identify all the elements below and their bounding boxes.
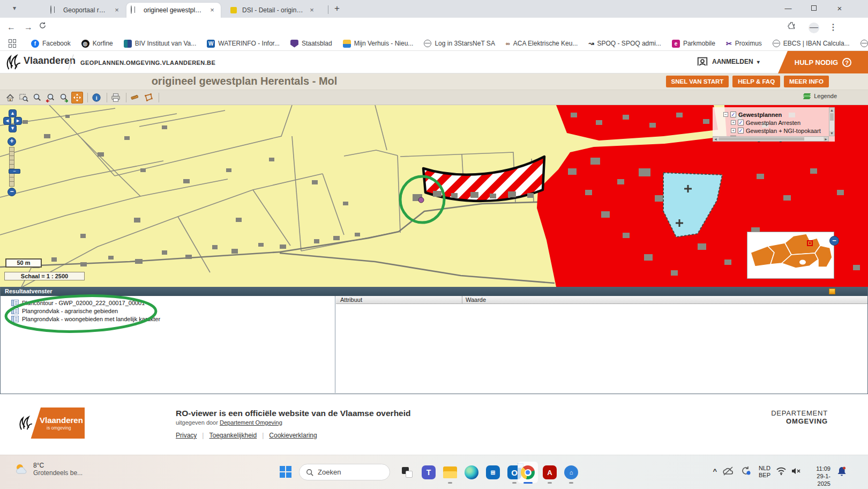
- scroll-up-icon[interactable]: ▲: [829, 108, 834, 113]
- bookmark-facebook[interactable]: fFacebook: [31, 40, 71, 48]
- wifi-icon[interactable]: [776, 467, 787, 475]
- overview-collapse-button[interactable]: −: [829, 236, 839, 246]
- bookmark-spoq[interactable]: ↝SPOQ - SPOQ admi...: [588, 40, 661, 47]
- column-header-waarde[interactable]: Waarde: [462, 296, 867, 303]
- layer-node-ngi[interactable]: + Gewestplan + NGI-topokaart: [723, 127, 835, 135]
- legend-horizontal-scrollbar[interactable]: ◄ ►: [713, 136, 829, 142]
- task-view-button[interactable]: [398, 463, 417, 482]
- reload-icon[interactable]: [39, 21, 50, 33]
- chrome-app-icon[interactable]: [518, 463, 537, 482]
- bookmark-proximus[interactable]: ✂Proximus: [726, 40, 762, 48]
- tab-close-icon[interactable]: ×: [308, 6, 316, 14]
- zoom-out-button[interactable]: −: [8, 188, 16, 196]
- bookmark-biv[interactable]: BIV Instituut van Va...: [124, 40, 197, 48]
- column-header-attribuut[interactable]: Attribuut: [336, 296, 462, 303]
- apps-grid-icon[interactable]: [9, 39, 16, 48]
- layer-checkbox[interactable]: [738, 128, 744, 134]
- bookmark-3starsnet[interactable]: Log in 3StarsNeT SA: [424, 40, 495, 47]
- layer-checkbox[interactable]: [738, 120, 744, 125]
- map-viewport[interactable]: ▲ ◄ ► ▼ + − − 50 m Schaal = 1 : 2500 − G…: [0, 105, 868, 287]
- tab-geoportaal[interactable]: Geoportaal ruimtelijke plannen ×: [46, 3, 125, 18]
- bookmark-waterinfo[interactable]: WWATERINFO - Infor...: [207, 40, 280, 48]
- tray-chevron-icon[interactable]: ^: [713, 467, 717, 475]
- result-item-woongebied[interactable]: Plangrondvlak - woongebieden met landeli…: [2, 315, 335, 323]
- bookmark-parkmobile[interactable]: eParkmobile: [672, 40, 715, 48]
- bookmark-staatsblad[interactable]: Staatsblad: [290, 40, 332, 48]
- expand-icon[interactable]: +: [731, 120, 736, 125]
- file-explorer-icon[interactable]: [440, 463, 460, 482]
- pan-right-button[interactable]: ►: [14, 117, 22, 125]
- print-tool[interactable]: [110, 92, 122, 103]
- volume-muted-icon[interactable]: [791, 467, 802, 475]
- scroll-down-icon[interactable]: ▼: [829, 131, 834, 136]
- zoom-in-tool[interactable]: [31, 92, 43, 103]
- start-button[interactable]: [280, 466, 291, 478]
- bookmark-folex[interactable]: www.folex.com | De...: [860, 40, 868, 47]
- pan-left-button[interactable]: ◄: [3, 117, 11, 125]
- quick-start-button[interactable]: SNEL VAN START: [666, 76, 729, 87]
- tab-close-icon[interactable]: ×: [113, 6, 121, 14]
- sync-icon[interactable]: [740, 466, 751, 476]
- scroll-right-icon[interactable]: ►: [824, 137, 828, 141]
- language-indicator[interactable]: NLDBEP: [759, 465, 770, 479]
- help-faq-button[interactable]: HELP & FAQ: [732, 76, 780, 87]
- legend-toggle[interactable]: Legende: [804, 93, 837, 99]
- layer-node-gewestplannen[interactable]: − Gewestplannen: [723, 110, 835, 118]
- acrobat-app-icon[interactable]: A: [540, 463, 559, 482]
- layer-checkbox[interactable]: [730, 112, 736, 117]
- pan-down-button[interactable]: ▼: [9, 124, 17, 132]
- taskbar-search[interactable]: Zoeken: [299, 464, 390, 480]
- previous-extent-tool[interactable]: [44, 92, 56, 103]
- notification-bell-icon[interactable]: [837, 466, 847, 477]
- clock-widget[interactable]: 11:0929-1-2025: [816, 465, 830, 487]
- forward-icon[interactable]: →: [23, 21, 34, 33]
- profile-avatar[interactable]: —: [808, 21, 820, 33]
- legend-vertical-scrollbar[interactable]: ▲ ▼: [829, 107, 835, 136]
- bookmark-ebcs[interactable]: EBCS | IBAN Calcula...: [773, 40, 850, 47]
- bookmark-aca[interactable]: ∞ACA Elektrische Keu...: [506, 40, 578, 47]
- window-close-button[interactable]: ×: [827, 0, 852, 17]
- bookmark-korfine[interactable]: ◎Korfine: [81, 40, 113, 48]
- brand-name[interactable]: Vlaanderen: [24, 55, 76, 66]
- overview-map[interactable]: [747, 232, 834, 279]
- pan-up-button[interactable]: ▲: [9, 109, 17, 117]
- weather-widget[interactable]: 8°CGrotendeels be...: [14, 462, 83, 477]
- tab-dsi[interactable]: DSI - Detail - origineel gewestp ×: [225, 3, 320, 18]
- tab-gewestplan[interactable]: origineel gewestplan Herentals ×: [126, 3, 221, 18]
- privacy-link[interactable]: Privacy: [176, 432, 197, 439]
- window-minimize-button[interactable]: —: [776, 0, 800, 17]
- accessibility-link[interactable]: Toegankelijkheid: [209, 432, 257, 439]
- departement-omgeving-link[interactable]: Departement Omgeving: [220, 419, 282, 426]
- result-item-agrarisch[interactable]: Plangrondvlak - agrarische gebieden: [2, 307, 335, 315]
- extensions-puzzle-icon[interactable]: [788, 21, 799, 33]
- select-polygon-tool[interactable]: [143, 92, 154, 103]
- zoom-box-tool[interactable]: [18, 92, 29, 103]
- map-zoom-slider[interactable]: + − −: [7, 137, 17, 196]
- tab-close-icon[interactable]: ×: [208, 6, 216, 14]
- collapse-icon[interactable]: −: [723, 112, 728, 117]
- back-icon[interactable]: ←: [5, 21, 17, 33]
- edge-app-icon[interactable]: [462, 463, 481, 482]
- home-extent-tool[interactable]: [4, 92, 16, 103]
- more-info-button[interactable]: MEER INFO: [784, 76, 829, 87]
- help-needed-button[interactable]: HULP NODIG ?: [778, 51, 868, 73]
- teams-app-icon[interactable]: T: [419, 463, 438, 482]
- layer-node-arresten[interactable]: + Gewestplan Arresten: [723, 118, 835, 127]
- onedrive-icon[interactable]: [722, 466, 734, 476]
- result-item-plancontour[interactable]: Plancontour - GWP_02000_222_00017_00001: [2, 299, 335, 307]
- zoom-in-button[interactable]: +: [8, 137, 16, 146]
- browser-menu-icon[interactable]: ⋮: [827, 21, 839, 33]
- panel-action-icon[interactable]: [829, 288, 835, 294]
- pan-tool[interactable]: [71, 92, 83, 103]
- identify-info-tool[interactable]: i: [91, 92, 102, 103]
- cookie-link[interactable]: Cookieverklaring: [269, 432, 317, 439]
- window-maximize-button[interactable]: [802, 0, 826, 17]
- scroll-left-icon[interactable]: ◄: [713, 137, 718, 141]
- zoom-slider-handle[interactable]: −: [9, 169, 20, 174]
- tab-search-icon[interactable]: ▾: [13, 4, 16, 12]
- next-extent-tool[interactable]: [58, 92, 70, 103]
- bookmark-mijnverhuis[interactable]: Mijn Verhuis - Nieu...: [343, 40, 414, 48]
- ms-store-app-icon[interactable]: ⊞: [483, 463, 503, 482]
- gov-app-icon[interactable]: ⌂: [562, 463, 581, 482]
- expand-icon[interactable]: +: [731, 128, 736, 133]
